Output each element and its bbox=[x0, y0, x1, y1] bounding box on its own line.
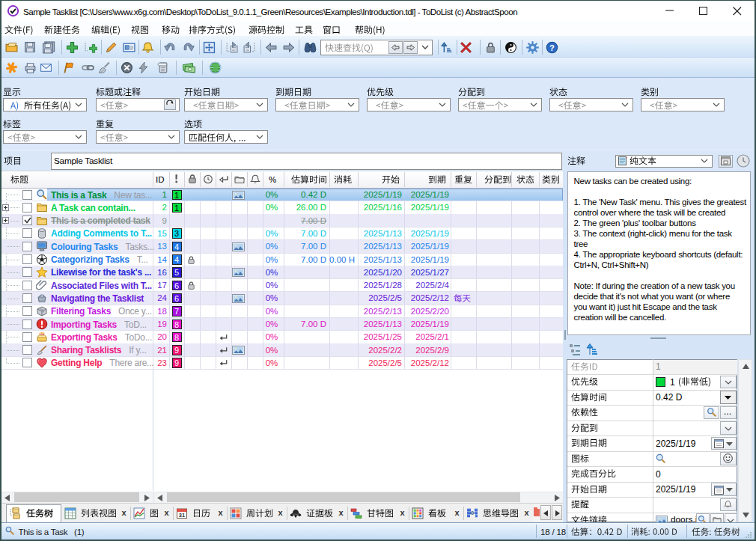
svg-text:31: 31 bbox=[179, 511, 185, 518]
svg-text:?: ? bbox=[549, 43, 555, 52]
